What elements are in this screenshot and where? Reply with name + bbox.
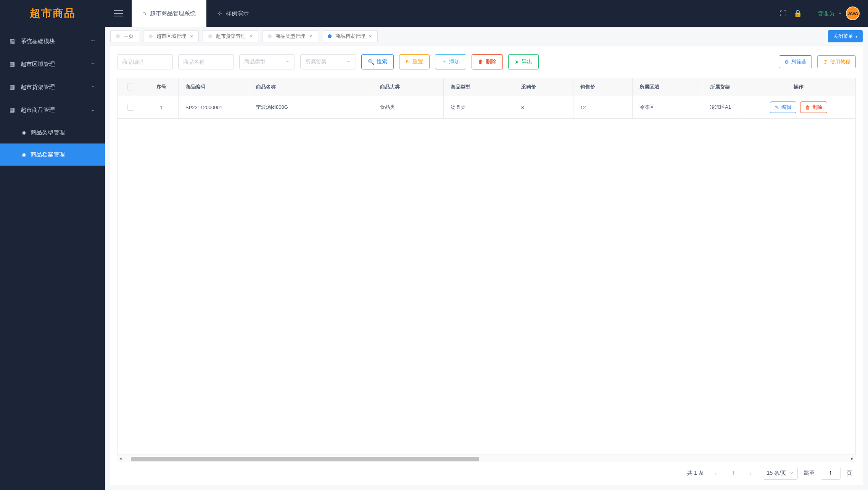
user-menu[interactable]: 管理员 ▾ JAVA (809, 6, 868, 20)
top-tab-demo[interactable]: ✧ 样例演示 (206, 0, 259, 27)
col-idx: 序号 (144, 78, 179, 96)
dot-icon (268, 34, 272, 38)
content-panel: 商品类型﹀ 所属货架﹀ 🔍搜索 ↻重置 ＋添加 🗑删除 ➤导出 ⚙列筛选 ⏱使用… (110, 46, 863, 485)
tab-home[interactable]: 主页 (110, 30, 139, 42)
user-label: 管理员 (817, 10, 834, 17)
home-icon: ⌂ (142, 10, 146, 17)
close-menu-button[interactable]: 关闭菜单 ▾ (828, 30, 863, 42)
row-checkbox[interactable] (127, 104, 134, 111)
chevron-up-icon: ︿ (91, 106, 96, 113)
chevron-down-icon: ﹀ (91, 61, 96, 68)
col-type: 商品类型 (444, 78, 514, 96)
btn-label: 重置 (412, 58, 423, 65)
sidebar: ▧系统基础模块 ﹀ ▦超市区域管理 ﹀ ▦超市货架管理 ﹀ ▦超市商品管理 ︿ … (0, 27, 105, 490)
top-header: 超市商品 ⌂ 超市商品管理系统 ✧ 样例演示 ⛶ 🔒 管理员 ▾ JAVA (0, 0, 868, 27)
page-size-select[interactable]: 15 条/页﹀ (763, 467, 798, 480)
prev-page-button[interactable]: ‹ (710, 467, 721, 479)
shelf-select[interactable]: 所属货架﹀ (300, 54, 356, 69)
export-button[interactable]: ➤导出 (508, 54, 539, 69)
pagination: 共 1 条 ‹ 1 › 15 条/页﹀ 跳至 页 (110, 462, 863, 485)
sidebar-item-area[interactable]: ▦超市区域管理 ﹀ (0, 53, 105, 76)
goto-input[interactable] (821, 467, 841, 480)
cell-code: SP22112000001 (179, 96, 249, 118)
bullet-icon: ◉ (21, 130, 26, 135)
tab-type[interactable]: 商品类型管理× (262, 30, 318, 42)
btn-label: 列筛选 (791, 58, 806, 65)
plus-icon: ＋ (441, 58, 447, 65)
delete-button[interactable]: 🗑删除 (472, 54, 503, 69)
tab-label: 商品类型管理 (275, 33, 305, 40)
chevron-down-icon: ﹀ (346, 59, 351, 65)
search-icon: 🔍 (368, 59, 374, 65)
trash-icon: 🗑 (478, 59, 483, 65)
close-icon[interactable]: × (369, 33, 372, 39)
fullscreen-icon[interactable]: ⛶ (780, 10, 787, 18)
top-tab-label: 超市商品管理系统 (150, 10, 196, 17)
chevron-down-icon: ﹀ (789, 471, 794, 476)
sidebar-sub-label: 商品档案管理 (31, 151, 65, 158)
cell-type: 汤圆类 (444, 96, 514, 118)
chevron-down-icon: ﹀ (91, 38, 96, 45)
tab-archive[interactable]: 商品档案管理× (322, 30, 378, 42)
top-tabs: ⌂ 超市商品管理系统 ✧ 样例演示 (132, 0, 259, 27)
add-button[interactable]: ＋添加 (435, 54, 466, 69)
trash-icon: 🗑 (805, 105, 810, 110)
table-body: 1 SP22112000001 宁波汤团800G 食品类 汤圆类 8 12 冷冻… (118, 96, 855, 455)
gear-icon: ⚙ (784, 59, 789, 65)
page-number[interactable]: 1 (728, 467, 739, 479)
top-tab-system[interactable]: ⌂ 超市商品管理系统 (132, 0, 206, 27)
tab-label: 商品档案管理 (335, 33, 365, 40)
btn-label: 添加 (449, 58, 460, 65)
name-input[interactable] (178, 54, 234, 69)
lock-icon[interactable]: 🔒 (794, 9, 802, 18)
scroll-thumb[interactable] (131, 457, 479, 461)
scroll-left-icon[interactable]: ◂ (117, 456, 124, 461)
sidebar-sub-type[interactable]: ◉ 商品类型管理 (0, 121, 105, 143)
col-name: 商品名称 (249, 78, 373, 96)
sidebar-item-shelf[interactable]: ▦超市货架管理 ﹀ (0, 76, 105, 98)
btn-label: 删除 (812, 104, 822, 111)
select-placeholder: 所属货架 (305, 58, 327, 65)
clock-icon: ⏱ (823, 59, 828, 65)
sidebar-sub-archive[interactable]: ◉ 商品档案管理 (0, 143, 105, 166)
row-delete-button[interactable]: 🗑删除 (800, 102, 827, 113)
tab-shelf[interactable]: 超市货架管理× (203, 30, 258, 42)
search-button[interactable]: 🔍搜索 (361, 54, 394, 69)
top-tab-label: 样例演示 (226, 10, 249, 17)
scroll-right-icon[interactable]: ▸ (849, 456, 856, 461)
select-all-checkbox[interactable] (127, 84, 134, 90)
module-icon: ▧ (9, 38, 15, 44)
sidebar-sub-label: 商品类型管理 (31, 129, 65, 136)
col-code: 商品编码 (179, 78, 249, 96)
btn-label: 搜索 (377, 58, 387, 65)
next-page-button[interactable]: › (745, 467, 757, 479)
col-sell: 销售价 (573, 78, 633, 96)
table-header: 序号 商品编码 商品名称 商品大类 商品类型 采购价 销售价 所属区域 所属货架… (118, 78, 855, 96)
sidebar-label: 超市商品管理 (21, 106, 55, 114)
btn-label: 导出 (522, 58, 532, 65)
refresh-icon: ↻ (406, 59, 410, 65)
sidebar-label: 系统基础模块 (21, 38, 55, 45)
send-icon: ➤ (515, 59, 519, 65)
tab-area[interactable]: 超市区域管理× (143, 30, 199, 42)
close-icon[interactable]: × (190, 33, 193, 39)
chevron-down-icon: ▾ (839, 11, 841, 16)
cell-cat: 食品类 (373, 96, 444, 118)
sidebar-item-base[interactable]: ▧系统基础模块 ﹀ (0, 30, 105, 53)
dot-icon (149, 34, 153, 38)
dot-icon (116, 34, 120, 38)
type-select[interactable]: 商品类型﹀ (239, 54, 295, 69)
sidebar-toggle[interactable] (105, 0, 132, 27)
cell-sell: 12 (573, 96, 633, 118)
col-cat: 商品大类 (373, 78, 444, 96)
reset-button[interactable]: ↻重置 (399, 54, 430, 69)
close-icon[interactable]: × (309, 33, 312, 39)
code-input[interactable] (117, 54, 173, 69)
row-edit-button[interactable]: ✎编辑 (770, 102, 796, 113)
close-icon[interactable]: × (250, 33, 253, 39)
tutorial-button[interactable]: ⏱使用教程 (817, 55, 856, 68)
grid-icon: ▦ (9, 107, 15, 113)
horizontal-scrollbar[interactable]: ◂ ▸ (117, 455, 856, 462)
sidebar-item-goods[interactable]: ▦超市商品管理 ︿ (0, 98, 105, 121)
column-filter-button[interactable]: ⚙列筛选 (779, 55, 812, 68)
